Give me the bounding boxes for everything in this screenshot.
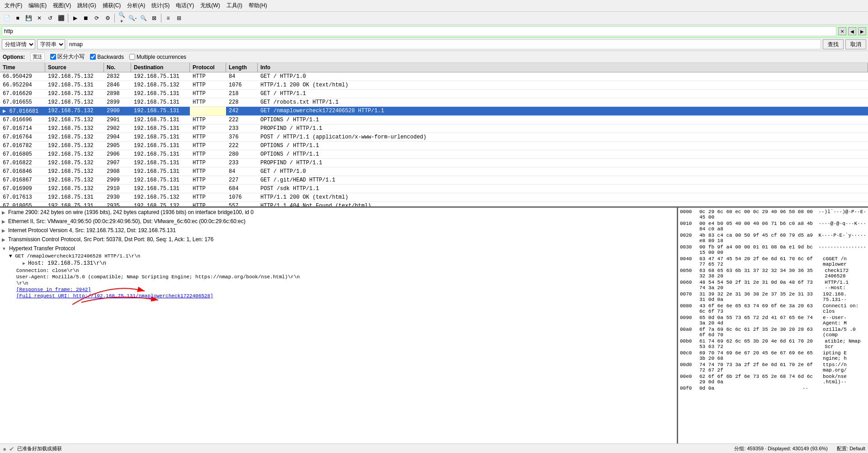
hex-offset: 00b0 xyxy=(680,339,696,349)
table-row[interactable]: 67.016620 192.168.75.132 2898 192.168.75… xyxy=(0,90,868,98)
new-btn[interactable]: 📄 xyxy=(2,13,12,23)
multiple-check[interactable]: Multiple occurrences xyxy=(129,54,186,60)
table-row[interactable]: 67.016805 192.168.75.132 2906 192.168.75… xyxy=(0,150,868,159)
frame-header[interactable]: ▶ Frame 2900: 242 bytes on wire (1936 bi… xyxy=(0,208,677,216)
open-btn[interactable]: ■ xyxy=(13,13,23,23)
search-input[interactable] xyxy=(67,39,821,49)
hex-bytes: 63 47 47 45 54 20 2f 6e 6d 61 70 6c 6f 7… xyxy=(699,256,819,267)
zoom-out-btn[interactable]: 🔍- xyxy=(127,13,137,23)
table-row[interactable]: 67.018055 192.168.75.131 2935 192.168.75… xyxy=(0,202,868,208)
uri-link[interactable]: [Full request URI: http://192.168.75.131… xyxy=(16,293,213,299)
menu-wireless[interactable]: 无线(W) xyxy=(198,1,222,10)
zoom-reset-btn[interactable]: 🔍 xyxy=(138,13,148,23)
cell-time: 67.017613 xyxy=(0,193,45,201)
close-btn[interactable]: ✕ xyxy=(34,13,44,23)
cell-info: GET / HTTP/1.0 xyxy=(258,167,868,176)
table-row[interactable]: 67.017613 192.168.75.131 2930 192.168.75… xyxy=(0,193,868,202)
table-row[interactable]: 67.016867 192.168.75.132 2909 192.168.75… xyxy=(0,176,868,185)
filter-next-btn[interactable]: ▶ xyxy=(858,27,866,35)
cancel-button[interactable]: 取消 xyxy=(845,39,866,49)
filter-input[interactable] xyxy=(2,26,836,36)
backwards-check[interactable]: Backwards xyxy=(90,54,124,60)
layout-btn[interactable]: ≡ xyxy=(163,13,173,23)
ethernet-section: ▶ Ethernet II, Src: VMware_40:96:50 (00:… xyxy=(0,217,677,226)
cell-protocol: HTTP xyxy=(190,124,226,133)
tcp-header[interactable]: ▶ Transmission Control Protocol, Src Por… xyxy=(0,235,677,243)
ethernet-header[interactable]: ▶ Ethernet II, Src: VMware_40:96:50 (00:… xyxy=(0,217,677,225)
http-line-3: Connection: close\r\n xyxy=(9,267,668,274)
resize-btn[interactable]: ⊠ xyxy=(149,13,159,23)
http-subheader[interactable]: ▶ Host: 192.168.75.131\r\n xyxy=(9,259,668,267)
header-info[interactable]: Info xyxy=(258,63,868,72)
hex-dump[interactable]: 0000 0c 29 6c 60 ec 00 0c 29 40 96 50 08… xyxy=(678,208,868,443)
http-section: ▼ Hypertext Transfer Protocol ▼ GET /nma… xyxy=(0,244,677,300)
menu-file[interactable]: 文件(F) xyxy=(2,1,25,10)
cell-protocol: HTTP xyxy=(190,193,226,201)
cell-no: 2904 xyxy=(104,133,131,141)
response-link[interactable]: [Response in frame: 2942] xyxy=(16,287,91,292)
reload-btn[interactable]: ↺ xyxy=(45,13,55,23)
menu-tools[interactable]: 工具(I) xyxy=(224,1,245,10)
table-row[interactable]: 66.950429 192.168.75.132 2832 192.168.75… xyxy=(0,72,868,81)
stop-btn[interactable]: ⬛ xyxy=(56,13,66,23)
header-protocol[interactable]: Protocol xyxy=(190,63,226,72)
header-no[interactable]: No. xyxy=(104,63,131,72)
table-row[interactable]: 67.016846 192.168.75.132 2908 192.168.75… xyxy=(0,167,868,176)
cell-protocol: HTTP xyxy=(190,107,226,115)
filter-bar: ✕ ◀ ▶ xyxy=(0,25,868,38)
menu-stats[interactable]: 统计(S) xyxy=(149,1,172,10)
table-row[interactable]: 67.016714 192.168.75.132 2902 192.168.75… xyxy=(0,124,868,133)
search-format-dropdown[interactable]: 字符串 xyxy=(37,39,65,49)
table-row[interactable]: 67.016655 192.168.75.132 2899 192.168.75… xyxy=(0,98,868,107)
toolbar-sep2 xyxy=(114,14,115,23)
menu-view[interactable]: 视图(V) xyxy=(50,1,74,10)
layout2-btn[interactable]: ⊞ xyxy=(174,13,184,23)
hex-ascii: e··User- Agent: M xyxy=(823,315,866,326)
table-row[interactable]: 67.016909 192.168.75.132 2910 192.168.75… xyxy=(0,185,868,193)
menu-analyze[interactable]: 分析(A) xyxy=(124,1,148,10)
menu-phone[interactable]: 电话(Y) xyxy=(173,1,197,10)
table-row[interactable]: 67.016782 192.168.75.132 2905 192.168.75… xyxy=(0,142,868,150)
filter-prev-btn[interactable]: ◀ xyxy=(848,27,856,35)
cell-time: 66.952204 xyxy=(0,81,45,89)
capture-opts-btn[interactable]: ⚙ xyxy=(103,13,113,23)
save-btn[interactable]: 💾 xyxy=(24,13,33,23)
restart-capture-btn[interactable]: ⟳ xyxy=(92,13,102,23)
cell-info: OPTIONS / HTTP/1.1 xyxy=(258,150,868,158)
table-row[interactable]: 67.016696 192.168.75.132 2901 192.168.75… xyxy=(0,116,868,124)
header-destination[interactable]: Destination xyxy=(131,63,190,72)
ip-header[interactable]: ▶ Internet Protocol Version 4, Src: 192.… xyxy=(0,226,677,234)
cell-source: 192.168.75.131 xyxy=(45,202,104,208)
table-row[interactable]: 67.016764 192.168.75.132 2904 192.168.75… xyxy=(0,133,868,142)
menu-help[interactable]: 帮助(H) xyxy=(246,1,270,10)
hex-ascii: ·· xyxy=(802,386,808,391)
header-length[interactable]: Length xyxy=(226,63,258,72)
table-row[interactable]: 67.016822 192.168.75.132 2907 192.168.75… xyxy=(0,159,868,167)
case-sensitive-check[interactable]: 区分大小写 xyxy=(50,53,85,61)
start-capture-btn[interactable]: ▶ xyxy=(70,13,80,23)
table-row[interactable]: ▶ 67.016681 192.168.75.132 2900 192.168.… xyxy=(0,107,868,116)
multiple-checkbox[interactable] xyxy=(129,54,135,60)
stop-capture-btn[interactable]: ⏹ xyxy=(81,13,91,23)
menu-capture[interactable]: 捕获(C) xyxy=(100,1,124,10)
case-sensitive-checkbox[interactable] xyxy=(50,54,56,60)
header-source[interactable]: Source xyxy=(45,63,104,72)
cell-info: HTTP/1.1 200 OK (text/html) xyxy=(258,193,868,201)
menu-edit[interactable]: 编辑(E) xyxy=(26,1,49,10)
menu-go[interactable]: 跳转(G) xyxy=(75,1,99,10)
packet-list[interactable]: Time Source No. Destination Protocol Len… xyxy=(0,63,868,208)
search-type-dropdown[interactable]: 分组详情 xyxy=(2,39,35,49)
cell-time: 67.016714 xyxy=(0,124,45,133)
backwards-checkbox[interactable] xyxy=(90,54,96,60)
cell-time: 67.016764 xyxy=(0,133,45,141)
header-time[interactable]: Time xyxy=(0,63,45,72)
hex-bytes: 0d 0a xyxy=(699,386,799,391)
cell-no: 2900 xyxy=(104,107,131,115)
zoom-in-btn[interactable]: 🔍+ xyxy=(117,13,127,23)
cell-source: 192.168.75.132 xyxy=(45,142,104,150)
find-button[interactable]: 查找 xyxy=(823,39,844,49)
http-header[interactable]: ▼ Hypertext Transfer Protocol xyxy=(0,244,677,253)
filter-close-btn[interactable]: ✕ xyxy=(838,27,846,35)
table-row[interactable]: 66.952204 192.168.75.131 2846 192.168.75… xyxy=(0,81,868,90)
packet-details[interactable]: ▶ Frame 2900: 242 bytes on wire (1936 bi… xyxy=(0,208,678,443)
